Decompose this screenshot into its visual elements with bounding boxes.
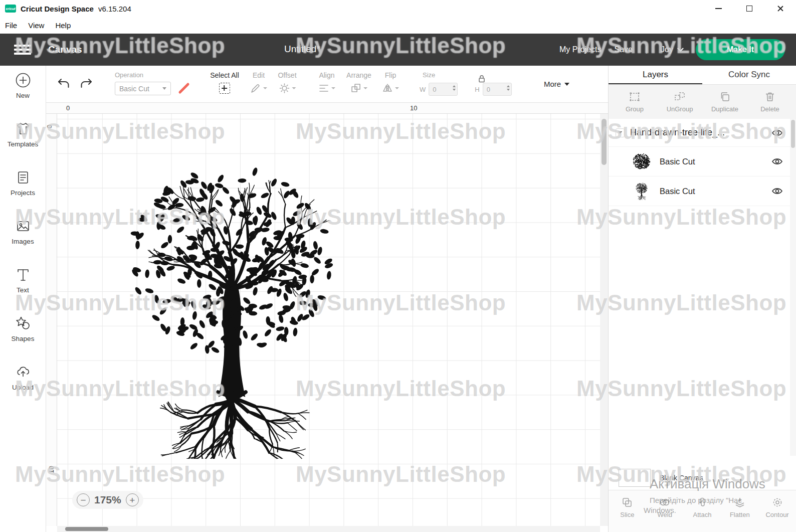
slice-icon	[622, 497, 633, 508]
menu-view[interactable]: View	[28, 21, 44, 30]
ungroup-button[interactable]: UnGroup	[662, 85, 698, 119]
paperclip-icon	[697, 497, 708, 508]
shapes-icon	[15, 315, 32, 332]
app-window: cricut Cricut Design Space v6.15.204 Fil…	[0, 0, 796, 532]
delete-button[interactable]: Delete	[752, 85, 788, 119]
blank-canvas-label: Blank Canvas	[660, 474, 703, 482]
caret-down-icon	[564, 83, 569, 86]
tree-of-life-image[interactable]	[108, 165, 356, 459]
width-label: W	[420, 86, 426, 93]
collapse-caret-icon[interactable]	[616, 128, 625, 137]
sidebar-item-text[interactable]: Text	[0, 266, 46, 315]
maximize-button[interactable]	[734, 0, 765, 17]
width-stepper[interactable]	[453, 85, 456, 91]
save-link[interactable]: Save	[614, 45, 632, 54]
machine-selector[interactable]: Joy	[661, 45, 683, 54]
sidebar-item-templates[interactable]: Templates	[0, 120, 46, 169]
operation-select[interactable]: Basic Cut	[115, 82, 171, 95]
blank-canvas-swatch[interactable]	[619, 469, 651, 487]
layer-visibility-toggle[interactable]	[771, 157, 783, 165]
zoom-control: − 175% +	[72, 491, 143, 509]
sidebar-item-projects[interactable]: Projects	[0, 169, 46, 218]
images-icon	[15, 218, 32, 235]
sidebar-item-label: Projects	[11, 189, 35, 197]
edit-button[interactable]: Edit	[250, 71, 267, 94]
sidebar-item-new[interactable]: New	[0, 72, 46, 120]
panel-scrollbar[interactable]	[790, 119, 796, 456]
offset-button[interactable]: Offset	[278, 71, 296, 94]
sidebar-item-label: Images	[12, 238, 34, 245]
layer-visibility-toggle[interactable]	[771, 187, 783, 195]
height-stepper[interactable]	[507, 85, 510, 91]
menu-bar: File View Help	[0, 17, 796, 34]
redo-button[interactable]	[79, 78, 94, 91]
make-it-button[interactable]: Make It	[696, 39, 785, 60]
group-button[interactable]: Group	[617, 85, 653, 119]
flatten-button[interactable]: Flatten	[724, 497, 756, 532]
tab-layers[interactable]: Layers	[609, 66, 702, 84]
trash-icon	[764, 91, 776, 103]
zoom-out-button[interactable]: −	[77, 493, 90, 506]
left-sidebar: New Templates Projects Images	[0, 66, 46, 532]
attach-button[interactable]: Attach	[686, 497, 718, 532]
attach-label: Attach	[693, 511, 712, 518]
maximize-icon	[746, 6, 752, 12]
align-button[interactable]: Align	[318, 71, 335, 94]
app-title: Cricut Design Space	[21, 5, 94, 13]
layer-row-basic-cut-2[interactable]: Basic Cut	[609, 176, 790, 206]
horizontal-scrollbar[interactable]	[57, 526, 600, 532]
caret-down-icon	[263, 87, 267, 89]
zoom-in-button[interactable]: +	[126, 493, 139, 506]
header-actions: My Projects Save | Joy Make It	[559, 34, 785, 66]
caret-down-icon	[395, 87, 399, 89]
canvas-label: Canvas	[48, 44, 82, 55]
undo-button[interactable]	[57, 78, 72, 91]
menu-help[interactable]: Help	[55, 21, 71, 30]
flip-button[interactable]: Flip	[382, 71, 399, 94]
close-button[interactable]	[765, 0, 796, 17]
canvas-area[interactable]: 0 10 − 175% +	[46, 114, 608, 532]
sidebar-item-images[interactable]: Images	[0, 218, 46, 266]
dropdown-caret-icon	[162, 87, 166, 90]
layer-label: Basic Cut	[660, 157, 695, 166]
tab-color-sync[interactable]: Color Sync	[702, 66, 796, 84]
sidebar-item-shapes[interactable]: Shapes	[0, 315, 46, 364]
blank-canvas-row: Blank Canvas	[609, 466, 796, 490]
my-projects-link[interactable]: My Projects	[559, 45, 602, 54]
pencil-icon	[250, 83, 261, 94]
vertical-scrollbar-thumb[interactable]	[602, 119, 607, 165]
layer-row-basic-cut-1[interactable]: Basic Cut	[609, 147, 790, 176]
contour-button[interactable]: Contour	[761, 497, 793, 532]
vertical-ruler: 0 10	[46, 114, 57, 526]
panel-scrollbar-thumb[interactable]	[791, 120, 795, 148]
more-label: More	[544, 80, 561, 88]
duplicate-label: Duplicate	[711, 105, 738, 113]
hamburger-menu-icon[interactable]	[14, 43, 31, 57]
more-button[interactable]: More	[544, 80, 569, 88]
menu-file[interactable]: File	[5, 21, 17, 30]
arrange-label: Arrange	[346, 71, 371, 79]
document-title[interactable]: Untitled*	[284, 44, 320, 55]
layer-group-row[interactable]: Hand-drawn-tree-life_...	[609, 119, 790, 147]
horizontal-scrollbar-thumb[interactable]	[65, 527, 108, 531]
contour-icon	[772, 497, 783, 508]
minimize-button[interactable]	[703, 0, 734, 17]
sidebar-item-upload[interactable]: Upload	[0, 364, 46, 412]
slice-button[interactable]: Slice	[611, 497, 643, 532]
offset-icon	[279, 83, 290, 94]
duplicate-icon	[719, 91, 731, 103]
duplicate-button[interactable]: Duplicate	[707, 85, 743, 119]
aspect-lock-icon[interactable]	[477, 74, 486, 85]
weld-button[interactable]: Weld	[649, 497, 681, 532]
layer-visibility-toggle[interactable]	[771, 129, 783, 137]
weld-icon	[659, 497, 670, 508]
eye-icon	[771, 187, 783, 195]
vertical-scrollbar[interactable]	[600, 114, 608, 526]
arrange-button[interactable]: Arrange	[346, 71, 371, 94]
size-label: Size	[423, 71, 435, 79]
projects-icon	[15, 169, 32, 186]
select-all-button[interactable]: Select All	[210, 71, 239, 94]
color-swatch[interactable]	[177, 82, 190, 95]
layer-thumbnail	[632, 182, 652, 200]
ungroup-icon	[674, 91, 686, 103]
